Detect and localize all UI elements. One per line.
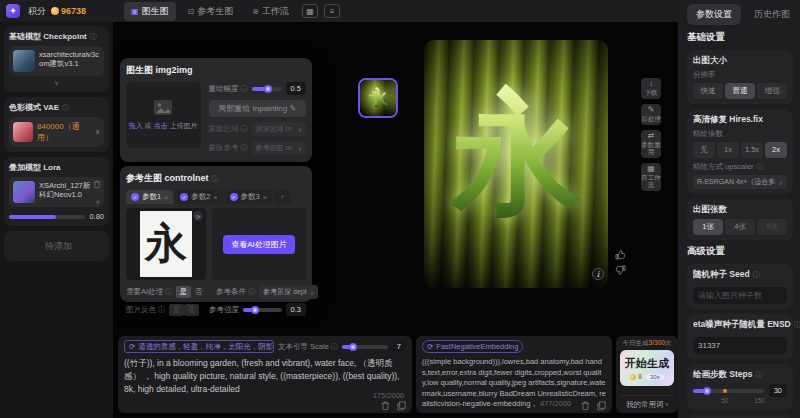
controlnet-tab-3[interactable]: ✓ 参数3 × (225, 190, 272, 204)
list-view-button[interactable]: ≡ (324, 4, 340, 18)
controlnet-tab-1[interactable]: ✓ 参数1 × (126, 190, 173, 204)
positive-prompt-text[interactable]: ((竹子)), in a blooming garden, (fresh and… (124, 357, 406, 395)
scale-1-5x[interactable]: 1.5x (741, 142, 763, 158)
close-icon[interactable]: × (263, 194, 267, 201)
cfg-scale-value[interactable]: 7 (392, 340, 406, 353)
enabled-check-icon: ✓ (230, 193, 238, 201)
postprocess-button[interactable]: ✎ 后处理 (641, 104, 661, 125)
yes-option[interactable]: 是 (169, 304, 184, 316)
tab-img2img[interactable]: ▣ 图生图 (124, 2, 176, 21)
upscaler-label: 精绘方式 upscaler ⓘ (693, 162, 787, 172)
yes-option[interactable]: 是 (176, 286, 191, 298)
reference-glyph: 永 (145, 216, 187, 272)
grid-view-button[interactable]: ▦ (302, 4, 318, 18)
lora-card[interactable]: XSArchi_127新科幻Neov1.0 ∨ (9, 177, 104, 207)
prompt-preset-text: 通透的质感，轻盈，纯净，太阳光，阴影，动作，最佳质量 (138, 342, 274, 352)
ai-process-toggle[interactable]: 是 否 (176, 286, 206, 298)
ai-process-label: 需要AI处理ⓘ (126, 287, 172, 297)
favorite-prompts-link[interactable]: 我的常用词 › (620, 395, 674, 410)
prompt-preset-tag[interactable]: ⟳ 通透的质感，轻盈，纯净，太阳光，阴影，动作，最佳质量 (124, 340, 274, 353)
checkpoint-card[interactable]: xsarchitecturalv3com建筑v3.1 (9, 46, 104, 76)
info-icon: ⓘ (158, 305, 165, 315)
view-ai-processed-button[interactable]: 查看AI处理图片 (223, 235, 295, 254)
tab-reference[interactable]: ⊡ 参考生图 (181, 2, 241, 21)
ensd-input[interactable] (693, 337, 787, 354)
upscaler-select[interactable]: R-ESRGAN 4x+（适合多种风 ∨ (693, 175, 787, 189)
negative-prompt-actions (581, 401, 606, 411)
count-1[interactable]: 1张 (693, 219, 723, 235)
resolution-fast[interactable]: 快速 (693, 83, 723, 99)
chevron-down-icon: ∨ (310, 289, 314, 296)
reference-image-content: 永 (140, 211, 192, 277)
points-value: 96738 (61, 6, 86, 16)
positive-prompt-box: ⟳ 通透的质感，轻盈，纯净，太阳光，阴影，动作，最佳质量 文本引导 Scale … (118, 336, 412, 413)
thumbs-down-icon[interactable] (615, 265, 626, 275)
steps-card: 绘画步数 Steps ⓘ 30 50 150 (687, 364, 793, 410)
settings-tabs: 参数设置 历史作图 (687, 4, 793, 25)
controlnet-add-tab[interactable]: ＋ (274, 190, 291, 204)
generated-image[interactable]: 永 (424, 40, 608, 288)
thumbs-up-icon[interactable] (615, 250, 626, 260)
inpainting-button[interactable]: 局部重绘 Inpainting ✎ (209, 100, 306, 117)
copy-prompt-icon[interactable] (397, 401, 406, 411)
scale-2x[interactable]: 2x (765, 142, 787, 158)
close-icon[interactable]: × (213, 194, 217, 201)
app-logo[interactable]: ✦ (6, 4, 20, 18)
resolution-normal[interactable]: 普通 (725, 83, 755, 99)
ref-condition-select[interactable]: 参考景深 dept∨ (259, 285, 318, 299)
seed-input[interactable] (693, 287, 787, 304)
controlnet-tab-2[interactable]: ✓ 参数2 × (175, 190, 222, 204)
vae-card[interactable]: 840000（通用） ∨ (9, 117, 104, 147)
generated-glyph: 永 (450, 66, 582, 244)
clear-prompt-icon[interactable] (581, 401, 590, 411)
scale-1x[interactable]: 1x (717, 142, 739, 158)
tab-parameters[interactable]: 参数设置 (687, 4, 741, 25)
steps-value[interactable]: 30 (769, 384, 787, 397)
invert-toggle[interactable]: 是 否 (169, 304, 199, 316)
result-thumbnail[interactable]: 永 (358, 78, 398, 118)
image-info-icon[interactable]: i (592, 268, 604, 280)
save-workflow-button[interactable]: ▦ 存工作流 (641, 163, 661, 191)
negative-prompt-box: ⟳ FastNegativeEmbedding (((simple backgr… (416, 336, 612, 413)
count-9[interactable]: 9张 (757, 219, 787, 235)
negative-prompt-text[interactable]: (((simple background))),lowres,bad anato… (422, 357, 606, 410)
ref-strength-value[interactable]: 0.3 (286, 303, 306, 316)
no-option[interactable]: 否 (191, 286, 206, 298)
negative-preset-tag[interactable]: ⟳ FastNegativeEmbedding (422, 340, 523, 353)
steps-slider[interactable] (693, 389, 764, 393)
tab-workflow[interactable]: ≋ 工作流 (245, 2, 296, 21)
lora-weight-slider[interactable]: 0.80 (9, 212, 104, 221)
lora-chevron-icon[interactable]: ∨ (96, 198, 100, 205)
chevron-down-icon: ∨ (298, 145, 302, 152)
count-4[interactable]: 4张 (725, 219, 755, 235)
vae-thumbnail (13, 122, 33, 142)
add-lora-button[interactable]: 待添加 (4, 231, 109, 261)
image-upload-dropzone[interactable]: 拖入 或 点击 上传图片 (126, 82, 201, 148)
preview-refresh-icon[interactable]: ⟳ (193, 211, 203, 221)
controlnet-reference-image[interactable]: 永 ⟳ (126, 208, 206, 280)
close-icon[interactable]: × (164, 194, 168, 201)
denoise-slider[interactable] (252, 87, 282, 91)
feedback-buttons (615, 250, 626, 275)
ref-strength-slider[interactable] (243, 308, 282, 312)
download-button[interactable]: ↓ 下载 (641, 78, 661, 99)
copy-prompt-icon[interactable] (597, 401, 606, 411)
tab-history[interactable]: 历史作图 (745, 4, 799, 25)
clear-prompt-icon[interactable] (381, 401, 390, 411)
checkpoint-expand-chevron-icon[interactable]: ∨ (9, 79, 104, 87)
no-option[interactable]: 否 (184, 304, 199, 316)
mask-area-select[interactable]: 涂抹区域 In∨ (252, 122, 306, 136)
generate-button[interactable]: 开始生成 8 30s (620, 350, 674, 386)
reuse-params-button[interactable]: ⇄ 参数重用 (641, 130, 661, 158)
points-label: 积分 (28, 5, 46, 18)
cfg-scale-label: 文本引导 Scale ⓘ (278, 342, 338, 352)
generate-badges: 8 30s (630, 373, 663, 380)
lora-delete-icon[interactable] (93, 180, 101, 189)
scale-none[interactable]: 无 (693, 142, 715, 158)
info-icon: ⓘ (331, 342, 338, 352)
plus-icon: ＋ (279, 192, 286, 202)
mask-ref-select[interactable]: 参考原图 or∨ (252, 141, 306, 155)
denoise-value[interactable]: 0.5 (286, 82, 306, 95)
cfg-scale-slider[interactable] (342, 345, 388, 349)
resolution-enhanced[interactable]: 增强 (757, 83, 787, 99)
